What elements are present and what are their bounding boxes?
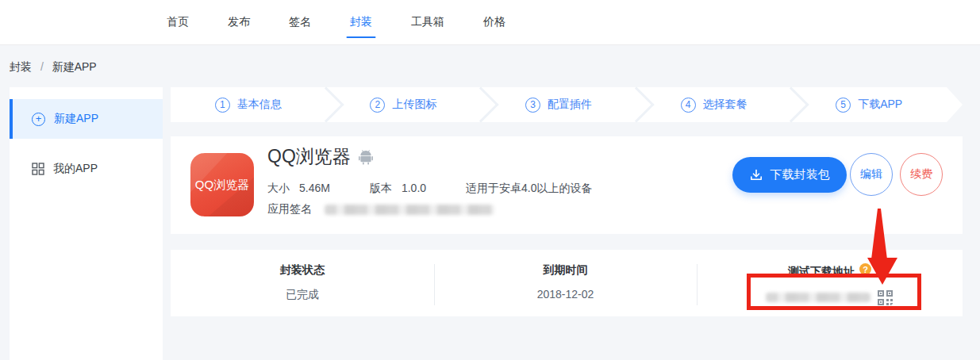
status-card: 封装状态 已完成 到期时间 2018-12-02 测试下载地址? <box>171 250 963 316</box>
main-nav: 首页 发布 签名 封装 工具箱 价格 <box>0 0 980 44</box>
test-download-value <box>766 289 894 306</box>
nav-item-sign[interactable]: 签名 <box>289 0 311 44</box>
question-badge-icon[interactable]: ? <box>859 263 871 275</box>
grid-icon <box>32 163 44 175</box>
app-icon: QQ浏览器 <box>190 153 254 216</box>
version-value: 1.0.0 <box>402 182 426 194</box>
sidebar: 新建APP 我的APP <box>10 87 163 360</box>
step-label: 配置插件 <box>548 98 592 112</box>
package-status-title: 封装状态 <box>171 263 434 278</box>
step-label: 下载APP <box>858 98 902 112</box>
step-choose-plan: 4 选择套餐 <box>636 87 792 122</box>
page: 首页 发布 签名 封装 工具箱 价格 封装 / 新建APP 新建APP <box>0 0 980 360</box>
step-number-badge: 4 <box>681 98 696 113</box>
sidebar-item-my-app[interactable]: 我的APP <box>10 149 163 189</box>
nav-item-home[interactable]: 首页 <box>167 0 189 44</box>
step-configure-plugins: 3 配置插件 <box>481 87 636 122</box>
version-label: 版本 <box>370 182 392 194</box>
breadcrumb-separator: / <box>40 60 44 73</box>
steps-bar: 1 基本信息 2 上传图标 3 配置插件 4 选择套餐 5 下载APP <box>171 87 947 122</box>
step-download-app: 5 下载APP <box>791 87 947 122</box>
package-status-column: 封装状态 已完成 <box>171 250 434 316</box>
breadcrumb: 封装 / 新建APP <box>10 60 97 75</box>
breadcrumb-section[interactable]: 封装 <box>10 60 32 73</box>
step-number-badge: 1 <box>215 98 230 113</box>
expiry-column: 到期时间 2018-12-02 <box>434 250 697 316</box>
android-icon <box>359 149 373 165</box>
nav-item-toolbox[interactable]: 工具箱 <box>411 0 444 44</box>
app-card: QQ浏览器 QQ浏览器 大小5.46M版本1.0.0适用于安卓4.0以上的设备 … <box>171 136 963 234</box>
test-download-column: 测试下载地址? <box>697 250 963 316</box>
app-icon-text: QQ浏览器 <box>195 178 249 193</box>
signature-label: 应用签名 <box>267 202 312 216</box>
compatibility-text: 适用于安卓4.0以上的设备 <box>466 182 592 194</box>
qr-code-icon[interactable] <box>877 289 894 306</box>
step-number-badge: 2 <box>370 98 385 113</box>
step-number-badge: 3 <box>525 98 540 113</box>
step-label: 选择套餐 <box>703 98 747 112</box>
download-button-label: 下载封装包 <box>771 167 830 182</box>
top-nav-bar: 首页 发布 签名 封装 工具箱 价格 <box>0 0 980 45</box>
sidebar-item-label: 新建APP <box>54 112 98 126</box>
size-label: 大小 <box>267 182 290 194</box>
breadcrumb-page: 新建APP <box>52 60 97 73</box>
download-url-masked[interactable] <box>766 293 870 302</box>
sidebar-item-label: 我的APP <box>53 162 98 176</box>
expiry-value: 2018-12-02 <box>434 288 697 301</box>
app-title: QQ浏览器 <box>267 144 351 169</box>
step-label: 上传图标 <box>392 98 436 112</box>
expiry-title: 到期时间 <box>434 263 697 278</box>
step-label: 基本信息 <box>237 98 282 112</box>
plus-circle-icon <box>32 113 45 126</box>
sidebar-item-new-app[interactable]: 新建APP <box>10 99 163 139</box>
test-download-title: 测试下载地址? <box>697 263 963 279</box>
step-basic-info: 1 基本信息 <box>171 87 326 122</box>
signature-masked-value <box>325 205 494 215</box>
app-meta-row: 大小5.46M版本1.0.0适用于安卓4.0以上的设备 <box>267 182 593 196</box>
step-upload-icon: 2 上传图标 <box>326 87 482 122</box>
nav-item-price[interactable]: 价格 <box>483 0 505 44</box>
package-status-value: 已完成 <box>171 288 434 302</box>
download-icon <box>750 169 763 182</box>
edit-button[interactable]: 编辑 <box>850 153 893 196</box>
step-number-badge: 5 <box>836 98 851 113</box>
signature-row: 应用签名 <box>267 202 494 216</box>
main-content: 1 基本信息 2 上传图标 3 配置插件 4 选择套餐 5 下载APP <box>171 87 963 360</box>
download-package-button[interactable]: 下载封装包 <box>732 157 847 193</box>
renew-button[interactable]: 续费 <box>900 153 943 196</box>
nav-item-publish[interactable]: 发布 <box>228 0 250 44</box>
size-value: 5.46M <box>299 182 330 194</box>
nav-item-package[interactable]: 封装 <box>350 0 372 44</box>
test-download-title-text: 测试下载地址 <box>788 265 855 278</box>
